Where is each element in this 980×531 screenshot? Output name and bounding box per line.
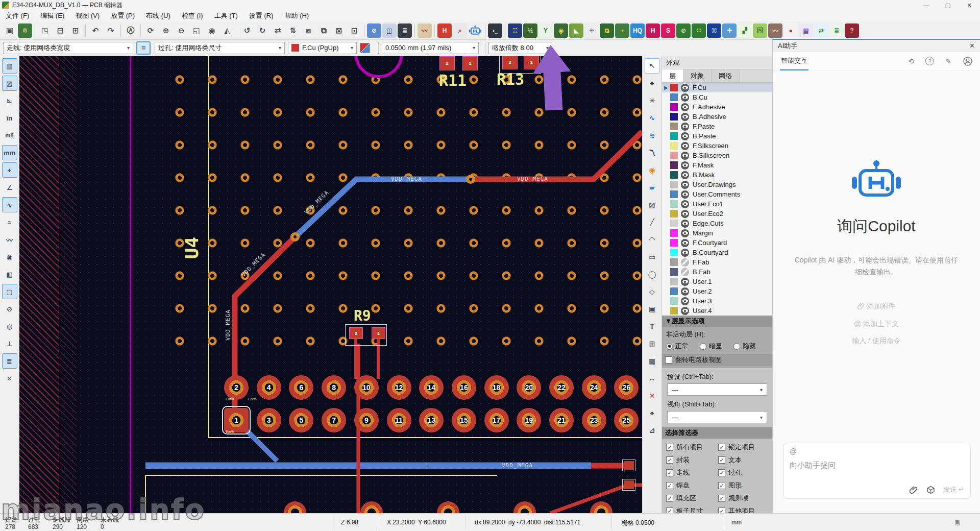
connector-pad-15[interactable]: 15 bbox=[452, 408, 476, 432]
layer-color-swatch[interactable] bbox=[670, 278, 678, 285]
cleanup-tracks-icon[interactable]: ⊘ bbox=[367, 23, 381, 38]
teardrop-icon[interactable]: ◉ bbox=[554, 23, 568, 38]
add-dimension-icon[interactable]: ↔ bbox=[645, 371, 660, 386]
plugin-s-icon[interactable]: S bbox=[661, 23, 675, 38]
sync-tool-icon[interactable]: ⇄ bbox=[814, 23, 828, 38]
connector-pad-13[interactable]: 13 bbox=[419, 408, 444, 432]
stackup-icon[interactable]: ½ bbox=[523, 23, 537, 38]
plot-icon[interactable]: ⊞ bbox=[68, 23, 83, 38]
active-layer-dropdown[interactable]: F.Cu (PgUp)▾ bbox=[288, 42, 357, 54]
add-module-icon[interactable]: ✚ bbox=[722, 23, 737, 38]
measure-icon[interactable]: ⊿ bbox=[645, 423, 660, 438]
viewport-dropdown[interactable]: ---▾ bbox=[667, 411, 767, 423]
zoom-out-icon[interactable]: ⊖ bbox=[174, 23, 188, 38]
r11-pad-2[interactable]: 2 bbox=[439, 56, 455, 70]
via-size-button[interactable]: = bbox=[136, 41, 151, 55]
pcb-inspect-icon[interactable]: ⌕ bbox=[453, 23, 467, 38]
menu-item[interactable]: 帮助 (H) bbox=[279, 10, 315, 21]
board-setup-icon[interactable]: ⚙ bbox=[18, 23, 32, 38]
polar-coords-icon[interactable]: ⊾ bbox=[2, 93, 17, 108]
units-mil-icon[interactable]: mil bbox=[2, 128, 17, 143]
layer-color-swatch[interactable] bbox=[670, 229, 678, 237]
layer-row[interactable]: F.Courtyard bbox=[662, 238, 772, 248]
net-tool-icon[interactable]: Y bbox=[538, 23, 553, 38]
visibility-icon[interactable] bbox=[681, 161, 689, 170]
hint-add-attachment[interactable]: 添加附件 bbox=[773, 302, 980, 311]
attach-icon[interactable] bbox=[910, 486, 918, 494]
page-settings-icon[interactable]: ◳ bbox=[38, 23, 52, 38]
grid-dots-icon[interactable]: ▦ bbox=[2, 58, 17, 74]
add-image-icon[interactable]: ▣ bbox=[645, 301, 660, 317]
selection-filter-header[interactable]: 选择筛选器 bbox=[662, 427, 772, 439]
layer-color-swatch[interactable] bbox=[670, 161, 678, 169]
track-width-dropdown[interactable]: 走线: 使用网络类宽度▾ bbox=[3, 42, 133, 54]
ungroup-select-icon[interactable]: ⧉ bbox=[316, 23, 331, 38]
table-export-icon[interactable]: ▦ bbox=[799, 23, 813, 38]
connector-pad-4[interactable]: 4 bbox=[257, 375, 281, 400]
visibility-icon[interactable] bbox=[681, 171, 689, 179]
visibility-off-icon[interactable] bbox=[681, 268, 689, 276]
menu-item[interactable]: 视图 (V) bbox=[70, 10, 105, 21]
frame-ref-icon[interactable]: 回 bbox=[753, 23, 767, 38]
tab-smart-interaction[interactable]: 智能交互 bbox=[780, 52, 808, 70]
filter-锁定项目[interactable]: ✓锁定项目 bbox=[718, 443, 770, 452]
visibility-off-icon[interactable] bbox=[681, 258, 689, 267]
tune-length-icon[interactable]: 〽 bbox=[645, 145, 660, 160]
route-diffpair-icon[interactable]: ≋ bbox=[645, 128, 660, 143]
connector-pad-9[interactable]: 9 bbox=[354, 408, 379, 432]
track-tune-icon[interactable]: ⌁ bbox=[615, 23, 629, 38]
r9-pad-1[interactable]: 1 bbox=[372, 327, 385, 339]
menu-item[interactable]: 编辑 (E) bbox=[35, 10, 70, 21]
add-text-icon[interactable]: T bbox=[645, 319, 660, 334]
viewer-3d-icon[interactable]: ⁚⁚ bbox=[508, 23, 522, 38]
visibility-icon[interactable] bbox=[681, 152, 689, 160]
pin-display-icon[interactable]: ⊥ bbox=[2, 336, 17, 351]
radio-暗显[interactable]: 暗显 bbox=[700, 342, 722, 351]
pipe-tool-icon[interactable]: ? bbox=[845, 23, 859, 38]
history-icon[interactable]: ⟲ bbox=[906, 56, 916, 66]
layer-row[interactable]: F.Adhesive bbox=[662, 102, 772, 112]
connector-pad-24[interactable]: 24 bbox=[582, 375, 606, 400]
connector-pad-19[interactable]: 19 bbox=[517, 408, 541, 432]
visibility-icon[interactable] bbox=[681, 278, 689, 286]
zoom-fit-objects-icon[interactable]: ◉ bbox=[205, 23, 219, 38]
connector-pad-11[interactable]: 11 bbox=[387, 408, 411, 432]
layer-color-swatch[interactable] bbox=[670, 249, 678, 256]
highlight-nets-icon[interactable]: 〰 bbox=[2, 232, 17, 247]
close-icon[interactable]: ✕ bbox=[969, 42, 975, 50]
layer-color-swatch[interactable] bbox=[670, 220, 678, 227]
no-entry-icon[interactable]: ⊘ bbox=[676, 23, 691, 38]
update-pcb-icon[interactable]: ≣ bbox=[398, 23, 412, 38]
layer-row[interactable]: B.Paste bbox=[662, 131, 772, 141]
hq-dfm2-icon[interactable]: HQ bbox=[630, 23, 645, 38]
connector-pad-23[interactable]: 23 bbox=[582, 408, 606, 432]
visibility-icon[interactable] bbox=[681, 249, 689, 257]
delete-tool-icon[interactable]: ✕ bbox=[645, 388, 660, 403]
connector-pad-8[interactable]: 8 bbox=[322, 375, 346, 400]
menu-item[interactable]: 设置 (R) bbox=[243, 10, 279, 21]
preset-dropdown[interactable]: ---▾ bbox=[667, 383, 767, 396]
visibility-icon[interactable] bbox=[681, 229, 689, 237]
pcb-canvas[interactable]: 2 1 R11 2 1 R13 R9 2 1 U4 VDD_MEGA VDD_M… bbox=[19, 56, 642, 513]
layer-row[interactable]: B.Silkscreen bbox=[662, 151, 772, 160]
layer-row[interactable]: B.Mask bbox=[662, 170, 772, 180]
menu-item[interactable]: 检查 (I) bbox=[176, 10, 209, 21]
layer-color-swatch[interactable] bbox=[670, 113, 678, 120]
close-button[interactable]: ✕ bbox=[959, 0, 980, 10]
units-mm-icon[interactable]: mm bbox=[2, 145, 17, 160]
smd-pad[interactable] bbox=[624, 461, 634, 470]
draw-line-icon[interactable]: ╱ bbox=[645, 214, 660, 230]
maximize-button[interactable]: ▢ bbox=[937, 0, 959, 10]
layer-row[interactable]: B.Courtyard bbox=[662, 248, 772, 257]
minimize-button[interactable]: — bbox=[916, 0, 937, 10]
route-tracks-icon[interactable]: ∿ bbox=[645, 110, 660, 126]
connector-pad-7[interactable]: 7 bbox=[322, 408, 346, 432]
grid-origin-icon[interactable]: ⌖ bbox=[645, 405, 660, 421]
units-inch-icon[interactable]: in bbox=[2, 110, 17, 126]
add-table-icon[interactable]: ▦ bbox=[645, 353, 660, 369]
flip-horizontal-icon[interactable]: ⇄ bbox=[271, 23, 285, 38]
draw-rect-icon[interactable]: ▭ bbox=[645, 249, 660, 264]
blue-pcb-icon[interactable]: ⌘ bbox=[707, 23, 721, 38]
layer-row[interactable]: F.Silkscreen bbox=[662, 141, 772, 151]
layer-row[interactable]: B.Cu bbox=[662, 92, 772, 102]
